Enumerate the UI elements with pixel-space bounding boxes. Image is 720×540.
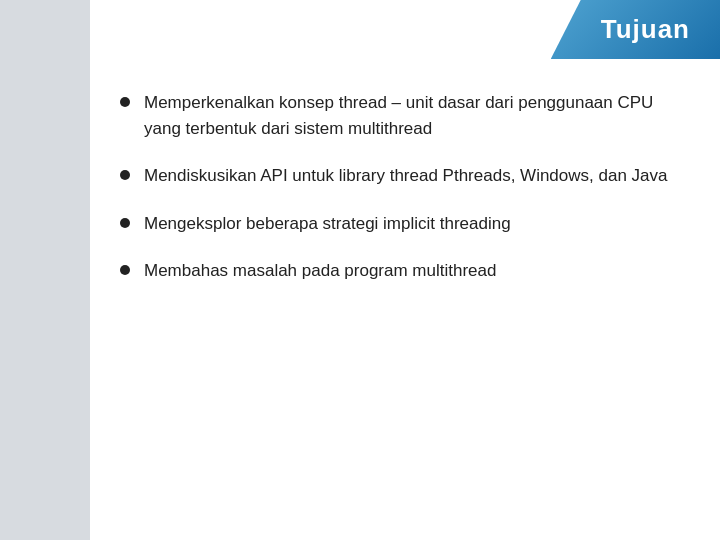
slide-title: Tujuan	[601, 14, 690, 44]
slide-container: Tujuan Memperkenalkan konsep thread – un…	[0, 0, 720, 540]
bullet-item-3: Mengeksplor beberapa strategi implicit t…	[120, 211, 680, 237]
content-area: Memperkenalkan konsep thread – unit dasa…	[100, 80, 700, 520]
bullet-text-4: Membahas masalah pada program multithrea…	[144, 258, 680, 284]
bullet-text-3: Mengeksplor beberapa strategi implicit t…	[144, 211, 680, 237]
bullet-dot-3	[120, 218, 130, 228]
bullet-text-2: Mendiskusikan API untuk library thread P…	[144, 163, 680, 189]
bullet-dot-4	[120, 265, 130, 275]
bullet-item-4: Membahas masalah pada program multithrea…	[120, 258, 680, 284]
bullet-item-1: Memperkenalkan konsep thread – unit dasa…	[120, 90, 680, 141]
bullet-item-2: Mendiskusikan API untuk library thread P…	[120, 163, 680, 189]
bullet-text-1: Memperkenalkan konsep thread – unit dasa…	[144, 90, 680, 141]
bullet-list: Memperkenalkan konsep thread – unit dasa…	[120, 90, 680, 284]
title-banner: Tujuan	[551, 0, 720, 59]
bullet-dot-2	[120, 170, 130, 180]
left-decorative-bar	[0, 0, 90, 540]
bullet-dot-1	[120, 97, 130, 107]
